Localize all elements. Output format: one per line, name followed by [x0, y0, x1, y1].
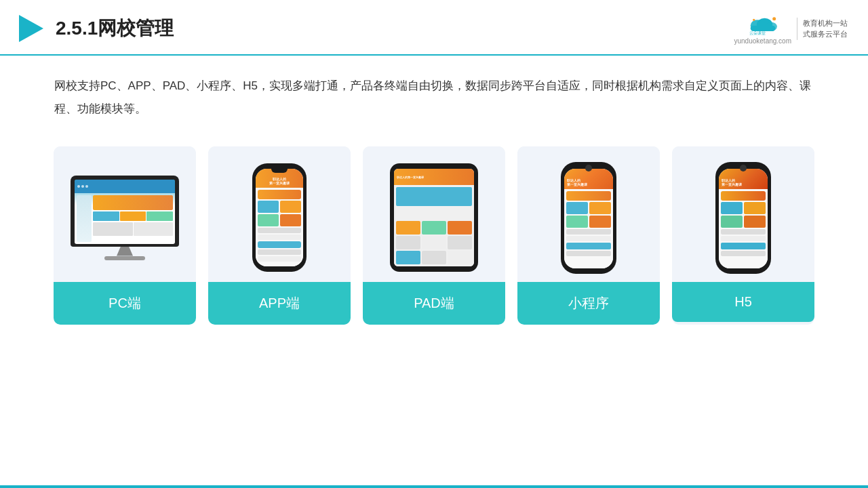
card-mini-image: 职达人的第一堂兴趣课	[517, 146, 660, 282]
card-pad: 职达人的第一堂兴趣课	[363, 146, 505, 325]
page-header: 2.5.1网校管理 云朵课堂 yunduoketang.com 教育机构一站 式…	[0, 0, 868, 56]
tablet-screen: 职达人的第一堂兴趣课	[394, 169, 474, 266]
card-app: 职达人的第一堂兴趣课	[208, 146, 351, 325]
card-app-label: APP端	[208, 282, 351, 325]
logo-tagline-1: 教育机构一站	[803, 18, 848, 29]
mini-phone-screen: 职达人的第一堂兴趣课	[564, 169, 613, 268]
card-pad-image: 职达人的第一堂兴趣课	[363, 146, 505, 282]
card-pc-image	[54, 146, 196, 282]
logo-tagline-2: 式服务云平台	[803, 28, 848, 40]
h5-phone-mockup: 职达人的第一堂兴趣课	[715, 162, 771, 274]
bottom-accent-line	[0, 485, 868, 488]
description-content: 网校支持PC、APP、PAD、小程序、H5，实现多端打通，产品各终端自由切换，数…	[54, 79, 811, 115]
mini-phone-mockup: 职达人的第一堂兴趣课	[561, 162, 616, 274]
card-app-image: 职达人的第一堂兴趣课	[208, 146, 351, 282]
pc-monitor-mockup	[71, 176, 179, 260]
logo-url: yunduoketang.com	[734, 37, 791, 45]
svg-point-6	[772, 17, 776, 20]
card-pc-label: PC端	[54, 282, 196, 325]
svg-point-5	[753, 18, 755, 20]
svg-text:云朵课堂: 云朵课堂	[749, 31, 766, 35]
logo-tagline: 教育机构一站 式服务云平台	[797, 18, 848, 40]
phone-app-mockup: 职达人的第一堂兴趣课	[252, 163, 307, 272]
device-cards: PC端 职达人的第一堂兴趣课	[41, 146, 827, 325]
card-h5-label: H5	[672, 282, 814, 322]
page-title: 2.5.1网校管理	[56, 16, 174, 41]
card-pc: PC端	[54, 146, 196, 325]
svg-marker-0	[19, 15, 43, 42]
monitor-outer	[71, 176, 179, 247]
header-left: 2.5.1网校管理	[14, 12, 174, 45]
card-h5: 职达人的第一堂兴趣课	[672, 146, 814, 325]
logo-area: 云朵课堂 yunduoketang.com 教育机构一站 式服务云平台	[734, 13, 848, 45]
phone-screen: 职达人的第一堂兴趣课	[256, 169, 303, 266]
h5-phone-outer: 职达人的第一堂兴趣课	[715, 162, 771, 274]
h5-phone-screen: 职达人的第一堂兴趣课	[719, 169, 768, 268]
card-pad-label: PAD端	[363, 282, 505, 325]
tablet-outer: 职达人的第一堂兴趣课	[390, 163, 478, 272]
card-mini: 职达人的第一堂兴趣课	[517, 146, 660, 325]
play-icon	[14, 12, 46, 45]
description-text: 网校支持PC、APP、PAD、小程序、H5，实现多端打通，产品各终端自由切换，数…	[54, 75, 814, 121]
card-mini-label: 小程序	[517, 282, 660, 325]
cloud-logo-icon: 云朵课堂	[746, 13, 780, 36]
logo-cloud: 云朵课堂 yunduoketang.com	[734, 13, 791, 45]
card-h5-image: 职达人的第一堂兴趣课	[672, 146, 814, 282]
monitor-screen	[75, 180, 175, 244]
svg-rect-4	[750, 25, 775, 30]
mini-phone-outer: 职达人的第一堂兴趣课	[561, 162, 616, 274]
tablet-mockup: 职达人的第一堂兴趣课	[390, 163, 478, 272]
phone-outer: 职达人的第一堂兴趣课	[252, 163, 307, 272]
